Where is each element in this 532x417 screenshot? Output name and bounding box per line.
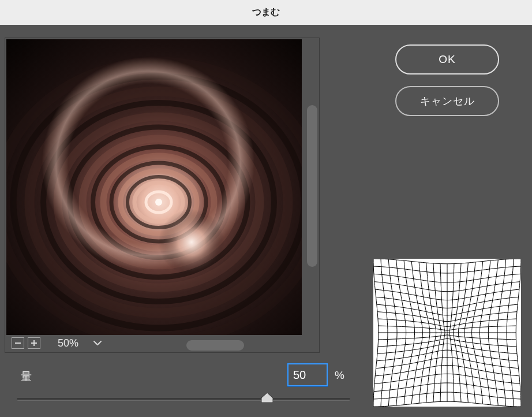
amount-slider-thumb[interactable] [261, 393, 273, 403]
amount-unit: % [335, 369, 344, 382]
amount-slider-track [17, 398, 350, 401]
svg-rect-18 [15, 342, 21, 344]
preview-horizontal-scrollbar-thumb[interactable] [186, 340, 244, 351]
zoom-in-button[interactable] [28, 337, 40, 349]
amount-input[interactable] [287, 363, 328, 386]
preview-image[interactable] [6, 39, 302, 335]
cancel-button[interactable]: キャンセル [395, 86, 499, 116]
zoom-dropdown-caret[interactable] [90, 336, 105, 350]
preview-vertical-scrollbar[interactable] [305, 39, 319, 336]
plus-icon [30, 339, 38, 347]
preview-frame: 50% [5, 38, 320, 353]
preview-canvas [6, 39, 302, 335]
zoom-value: 50% [50, 337, 82, 349]
chevron-down-icon [93, 340, 102, 346]
cancel-button-label: キャンセル [420, 94, 475, 108]
ok-button[interactable]: OK [395, 44, 499, 75]
zoom-out-button[interactable] [12, 337, 24, 349]
svg-point-17 [155, 199, 162, 206]
distortion-grid-preview [373, 259, 521, 407]
preview-horizontal-scrollbar[interactable] [114, 338, 304, 352]
preview-vertical-scrollbar-thumb[interactable] [307, 105, 317, 267]
dialog-title-bar: つまむ [0, 0, 532, 25]
amount-label: 量 [21, 369, 32, 384]
minus-icon [14, 339, 22, 347]
svg-point-16 [104, 149, 254, 299]
distortion-grid-svg [373, 259, 521, 407]
svg-rect-20 [33, 340, 35, 346]
dialog-title: つまむ [252, 6, 280, 18]
ok-button-label: OK [439, 53, 455, 66]
zoom-select[interactable]: 50% [50, 336, 105, 350]
dialog-content: 50% OK キャンセル 量 % [0, 25, 532, 417]
amount-slider[interactable] [17, 394, 350, 405]
zoom-controls: 50% [12, 336, 105, 350]
